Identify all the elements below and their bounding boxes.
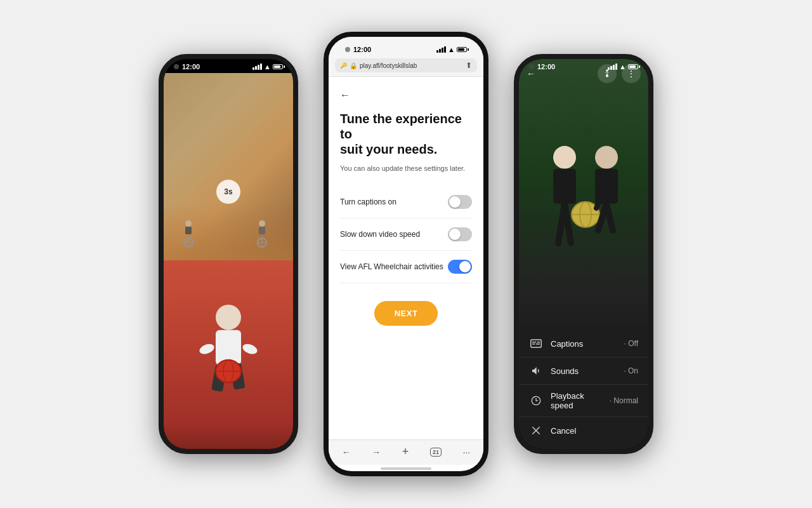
menu-item-captions[interactable]: Captions · Off (519, 330, 648, 358)
cancel-menu-icon (529, 424, 543, 438)
menu-item-cancel[interactable]: Cancel (519, 417, 648, 444)
camera-dot-2 (345, 47, 350, 52)
sounds-menu-icon (529, 364, 543, 378)
status-bar-1: 12:00 ▲ (164, 59, 293, 73)
svg-point-33 (606, 70, 608, 72)
cancel-menu-label: Cancel (551, 426, 638, 436)
playback-menu-icon (529, 394, 543, 408)
svg-line-31 (606, 204, 613, 231)
svg-point-13 (241, 342, 258, 356)
svg-rect-21 (553, 169, 576, 204)
nav-add-icon[interactable]: + (402, 445, 409, 458)
svg-point-10 (216, 304, 241, 330)
page-subtitle: You can also update these settings later… (340, 164, 472, 172)
next-button[interactable]: NEXT (374, 301, 438, 326)
more-dots-icon: ⋮ (627, 69, 636, 79)
setting-row-speed: Slow down video speed (340, 218, 472, 251)
wheelchair-player-1 (176, 220, 200, 248)
menu-item-sounds[interactable]: Sounds · On (519, 358, 648, 385)
share-icon[interactable]: ⬆ (466, 61, 472, 70)
playback-menu-label: Playback speed (551, 391, 602, 410)
signal-icon-2 (436, 46, 446, 53)
sitting-player (164, 260, 293, 449)
time-2: 12:00 (353, 46, 371, 53)
lock-icon: 🔒 (350, 62, 357, 69)
svg-point-0 (185, 220, 192, 227)
home-indicator-2 (381, 467, 431, 470)
sounds-menu-value: · On (624, 366, 638, 375)
video-top-1[interactable]: 3s (164, 73, 293, 260)
lock-key-icon: 🔑 (340, 62, 347, 69)
browser-chrome: 12:00 ▲ 🔑 🔒 pl (329, 37, 483, 77)
url-text: play.afl/footyskillslab (360, 62, 417, 69)
svg-point-12 (198, 342, 215, 356)
captions-menu-icon (529, 337, 543, 351)
captions-toggle[interactable] (448, 195, 472, 209)
page-title: Tune the experience to suit your needs. (340, 111, 472, 157)
status-bar-2: 12:00 ▲ (335, 42, 477, 56)
captions-menu-value: · Off (624, 339, 638, 348)
svg-rect-6 (259, 227, 265, 234)
svg-point-24 (595, 146, 618, 169)
playback-menu-value: · Normal (610, 396, 638, 405)
video-back-button[interactable]: ← (527, 69, 535, 79)
svg-line-23 (565, 204, 571, 243)
captions-icon (530, 339, 542, 348)
camera-dot-1 (174, 64, 179, 69)
accessibility-icon (603, 69, 612, 78)
phone-2: 12:00 ▲ 🔑 🔒 pl (324, 32, 488, 476)
timer-text: 3s (224, 187, 232, 196)
battery-icon-1 (273, 64, 283, 69)
wifi-icon-1: ▲ (264, 63, 271, 70)
title-line-1: Tune the experience to (340, 112, 462, 141)
players-svg (519, 98, 648, 312)
wifi-icon-2: ▲ (448, 46, 455, 53)
svg-marker-39 (532, 367, 537, 375)
accessibility-icon-btn[interactable] (598, 64, 617, 83)
speed-label: Slow down video speed (340, 230, 420, 239)
svg-point-5 (259, 220, 265, 227)
back-button[interactable]: ← (340, 90, 472, 101)
video-bottom-1[interactable] (164, 260, 293, 449)
setting-row-wheelchair: View AFL Wheelchair activities (340, 251, 472, 283)
timer-badge: 3s (216, 180, 240, 204)
svg-rect-1 (185, 227, 192, 234)
playback-icon (531, 396, 541, 406)
sound-icon (531, 366, 541, 376)
wheelchair-label: View AFL Wheelchair activities (340, 262, 443, 271)
svg-point-20 (553, 146, 576, 169)
wheelchair-player-2 (250, 220, 274, 248)
cancel-icon (532, 426, 540, 435)
phone-3: 12:00 ▲ ← (514, 54, 653, 454)
captions-label: Turn captions on (340, 197, 396, 206)
tab-count[interactable]: 21 (430, 448, 442, 457)
status-icons-1: ▲ (252, 63, 283, 70)
browser-bottom-bar: ← → + 21 ··· (329, 439, 483, 465)
battery-icon-2 (457, 47, 467, 52)
sounds-menu-label: Sounds (551, 366, 616, 376)
nav-back-icon[interactable]: ← (342, 447, 351, 457)
captions-menu-label: Captions (551, 339, 617, 349)
overlay-icon-group: ⋮ (598, 64, 641, 83)
time-1: 12:00 (182, 63, 200, 70)
browser-content: ← Tune the experience to suit your needs… (329, 77, 483, 439)
speed-toggle[interactable] (448, 227, 472, 241)
nav-forward-icon[interactable]: → (372, 447, 381, 457)
address-bar[interactable]: 🔑 🔒 play.afl/footyskillslab ⬆ (335, 58, 477, 72)
setting-row-captions: Turn captions on (340, 186, 472, 218)
nav-more-icon[interactable]: ··· (462, 447, 470, 457)
status-icons-2: ▲ (436, 46, 467, 53)
menu-panel: Captions · Off Sounds · On (519, 323, 648, 449)
more-options-btn[interactable]: ⋮ (622, 64, 641, 83)
signal-icon-1 (252, 64, 262, 70)
phone-1: 12:00 ▲ 3s (159, 54, 298, 454)
video-overlay-top: ← ⋮ (519, 59, 648, 88)
wheelchair-toggle[interactable] (448, 260, 472, 274)
menu-item-playback[interactable]: Playback speed · Normal (519, 385, 648, 417)
title-line-2: suit your needs. (340, 142, 437, 156)
